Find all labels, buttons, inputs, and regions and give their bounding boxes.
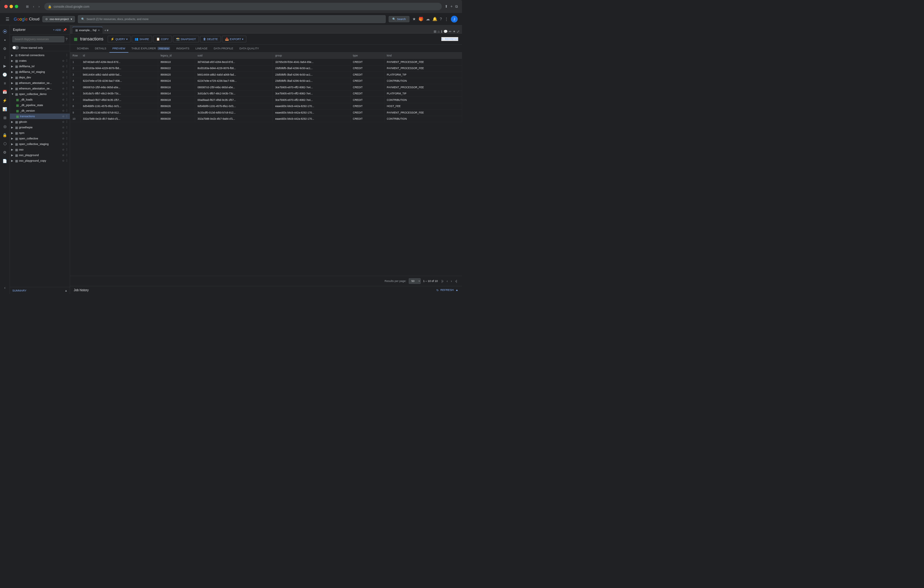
maximize-button[interactable] xyxy=(15,5,18,8)
more-vert-icon[interactable]: ⋮ xyxy=(66,109,68,113)
new-tab-icon[interactable]: + xyxy=(450,4,452,9)
tree-item-oso-playground-copy[interactable]: ▶ ▦ oso_playground_copy ☆ ⋮ xyxy=(10,158,70,163)
nav-icon-9[interactable]: 📊 xyxy=(1,105,9,113)
star-icon[interactable]: ☆ xyxy=(62,115,64,118)
share-icon[interactable]: ⬆ xyxy=(445,4,448,9)
tree-item-gitcoin[interactable]: ▶ ▦ gitcoin ☆ ⋮ xyxy=(10,119,70,125)
search-resources-input[interactable] xyxy=(12,36,64,43)
tab-close-icon[interactable]: ✕ xyxy=(98,29,100,32)
more-vert-icon[interactable]: ⋮ xyxy=(66,76,68,79)
more-vert-icon[interactable]: ⋮ xyxy=(66,59,68,63)
prev-page-button[interactable]: ‹ xyxy=(446,278,449,284)
user-avatar[interactable]: J xyxy=(451,16,458,23)
search-button[interactable]: 🔍 Search xyxy=(389,16,409,22)
grid-icon[interactable]: ⧉ xyxy=(455,4,458,9)
more-vert-icon[interactable]: ⋮ xyxy=(66,126,68,129)
bell-icon[interactable]: 🔔 xyxy=(432,16,437,21)
tab-table-explorer[interactable]: TABLE EXPLORER PREVIEW xyxy=(129,45,173,53)
spark-icon[interactable]: ✦ xyxy=(453,30,455,34)
tab-data-profile[interactable]: DATA PROFILE xyxy=(211,45,236,53)
search-bar[interactable]: 🔍 Search (/) for resources, docs, produc… xyxy=(78,15,386,23)
tree-item-defillama-tvl[interactable]: ▶ ▦ defillama_tvl ☆ ⋮ xyxy=(10,64,70,69)
more-vert-icon[interactable]: ⋮ xyxy=(66,81,68,85)
nav-icon-11[interactable]: ◎ xyxy=(1,123,9,130)
expand-icon[interactable]: ⤢ xyxy=(457,30,460,34)
collapse-icon[interactable]: ▲ xyxy=(65,289,68,292)
tree-item-transactions[interactable]: ▦ transactions ☆ ⋮ xyxy=(10,114,70,119)
more-vert-icon[interactable]: ⋮ xyxy=(66,148,68,152)
more-vert-icon[interactable]: ⋮ xyxy=(66,54,68,57)
chat-icon[interactable]: 💬 xyxy=(444,30,448,34)
star-icon[interactable]: ☆ xyxy=(62,120,64,124)
nav-icon-8[interactable]: ⚡ xyxy=(1,97,9,104)
more-vert-icon[interactable]: ⋮ xyxy=(66,70,68,74)
more-vert-icon[interactable]: ⋮ xyxy=(66,120,68,124)
more-vert-icon[interactable]: ⋮ xyxy=(66,137,68,140)
star-icon[interactable]: ☆ xyxy=(62,92,64,96)
star-icon[interactable]: ☆ xyxy=(62,87,64,91)
add-button[interactable]: + ADD xyxy=(53,28,61,31)
tab-details[interactable]: DETAILS xyxy=(92,45,110,53)
more-vert-icon[interactable]: ⋮ xyxy=(66,104,68,107)
star-icon[interactable]: ☆ xyxy=(62,137,64,140)
star-icon[interactable]: ☆ xyxy=(62,59,64,63)
starred-toggle-switch[interactable] xyxy=(12,46,19,49)
project-selector[interactable]: ⊙ oso-test-project ▾ xyxy=(43,16,75,22)
nav-icon-6[interactable]: ≡ xyxy=(1,80,9,87)
help-icon[interactable]: ? xyxy=(440,16,442,21)
more-vert-icon[interactable]: ⋮ xyxy=(444,16,449,21)
tree-item-dlt-version[interactable]: ▦ _dlt_version ☆ ⋮ xyxy=(10,108,70,114)
nav-icon-10[interactable]: ⊞ xyxy=(1,114,9,122)
grid-view-icon[interactable]: ⊞ xyxy=(434,30,436,34)
info-icon[interactable]: ℹ xyxy=(441,30,442,34)
more-vert-icon[interactable]: ⋮ xyxy=(66,92,68,96)
star-icon[interactable]: ☆ xyxy=(62,132,64,135)
summary-label[interactable]: SUMMARY xyxy=(12,289,26,292)
nav-icon-3[interactable]: ↕ xyxy=(1,54,9,61)
star-icon[interactable]: ☆ xyxy=(62,65,64,68)
more-vert-icon[interactable]: ⋮ xyxy=(66,98,68,102)
more-vert-icon[interactable]: ⋮ xyxy=(66,143,68,146)
more-vert-icon[interactable]: ⋮ xyxy=(66,65,68,68)
tree-item-growthepie[interactable]: ▶ ▦ growthepie ☆ ⋮ xyxy=(10,125,70,130)
tree-item-defillama-tvl-staging[interactable]: ▶ ▦ defillama_tvl_staging ☆ ⋮ xyxy=(10,69,70,75)
copy-button[interactable]: 📋 COPY xyxy=(153,36,172,42)
tree-item-open-collective-demo[interactable]: ▼ ▦ open_collective_demo ☆ ⋮ xyxy=(10,91,70,97)
tab-lineage[interactable]: LINEAGE xyxy=(193,45,211,53)
star-icon[interactable]: ☆ xyxy=(62,154,64,157)
delete-button[interactable]: 🗑 DELETE xyxy=(200,36,221,42)
star-icon[interactable]: ☆ xyxy=(62,159,64,163)
star-icon[interactable]: ★ xyxy=(412,16,416,21)
home-icon[interactable]: ⌂ xyxy=(437,30,440,34)
refresh-button[interactable]: ↻ REFRESH xyxy=(441,37,458,41)
tab-data-quality[interactable]: DATA QUALITY xyxy=(236,45,262,53)
tree-item-oso-playground[interactable]: ▶ ▦ oso_playground ☆ ⋮ xyxy=(10,152,70,158)
tab-example-hql[interactable]: ▦ example... hql ✕ xyxy=(73,27,102,34)
star-icon[interactable]: ☆ xyxy=(62,70,64,74)
next-page-button[interactable]: › xyxy=(450,278,453,284)
tree-item-dlt-loads[interactable]: ▦ _dlt_loads ☆ ⋮ xyxy=(10,97,70,102)
tree-item-ethereum-attestation-1[interactable]: ▶ ▦ ethereum_attestation_se... ☆ ⋮ xyxy=(10,80,70,86)
nav-icon-2[interactable]: ⚙ xyxy=(1,45,9,53)
tree-item-dlt-pipeline-state[interactable]: ▦ _dlt_pipeline_state ☆ ⋮ xyxy=(10,102,70,108)
star-icon[interactable]: ☆ xyxy=(62,148,64,152)
star-icon[interactable]: ☆ xyxy=(62,104,64,107)
forward-button[interactable]: › xyxy=(37,4,41,10)
star-icon[interactable]: ☆ xyxy=(62,76,64,79)
last-page-button[interactable]: ›| xyxy=(454,278,458,284)
address-bar[interactable]: 🔒 console.cloud.google.com xyxy=(44,3,442,10)
more-vert-icon[interactable]: ⋮ xyxy=(66,154,68,157)
help-circle-icon[interactable]: ? xyxy=(66,37,67,41)
pin-icon[interactable]: 📌 xyxy=(63,28,67,32)
tree-item-open-collective-staging[interactable]: ▶ ▦ open_collective_staging ☆ ⋮ xyxy=(10,141,70,147)
hamburger-menu[interactable]: ☰ xyxy=(4,15,11,23)
tree-item-external-connections[interactable]: ▶ ⊞ External connections ⋮ xyxy=(10,53,70,58)
job-history-collapse-icon[interactable]: ▲ xyxy=(455,288,458,292)
more-vert-icon[interactable]: ⋮ xyxy=(66,115,68,118)
tree-item-open-collective[interactable]: ▶ ▦ open_collective ☆ ⋮ xyxy=(10,136,70,141)
nav-icon-13[interactable]: ⬡ xyxy=(1,140,9,147)
star-icon[interactable]: ☆ xyxy=(62,126,64,129)
minimize-button[interactable] xyxy=(10,5,13,8)
first-page-button[interactable]: |‹ xyxy=(441,278,445,284)
export-button[interactable]: 📤 EXPORT ▾ xyxy=(222,36,246,42)
